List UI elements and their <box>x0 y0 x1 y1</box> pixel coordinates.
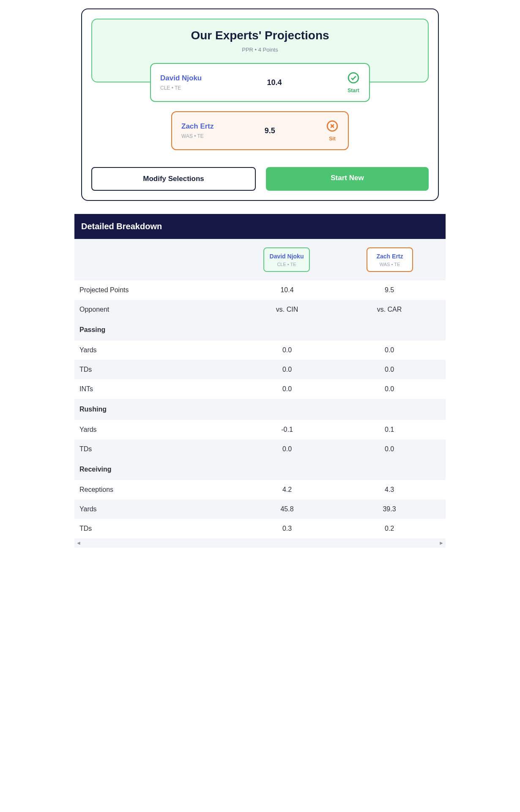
player-points: 9.5 <box>265 126 275 135</box>
projections-card: Our Experts' Projections PPR • 4 Points … <box>81 8 439 201</box>
breakdown-group-label: Receiving <box>79 466 236 473</box>
breakdown-row: INTs 0.0 0.0 <box>74 379 446 399</box>
breakdown-row-label: TDs <box>79 366 236 373</box>
breakdown-row-value: 4.2 <box>236 486 338 494</box>
breakdown-row-value: 0.0 <box>338 385 441 393</box>
breakdown-row-value: 0.0 <box>236 445 338 453</box>
breakdown-body: Projected Points 10.4 9.5Opponent vs. CI… <box>74 280 446 538</box>
horizontal-scrollbar[interactable]: ◄ ► <box>74 538 446 548</box>
breakdown-header-player2: Zach Ertz WAS • TE <box>338 247 441 272</box>
player-teampos: CLE • TE <box>269 262 304 267</box>
breakdown-row-value: 10.4 <box>236 286 338 294</box>
breakdown-player-tile[interactable]: Zach Ertz WAS • TE <box>367 247 413 272</box>
scroll-right-icon[interactable]: ► <box>439 540 444 546</box>
player-action-label: Sit <box>329 136 335 142</box>
breakdown-group-row: Receiving <box>74 459 446 480</box>
breakdown-row-value: 0.0 <box>236 366 338 373</box>
breakdown-group-row: Rushing <box>74 399 446 420</box>
breakdown-row: TDs 0.0 0.0 <box>74 360 446 379</box>
breakdown-header-blank <box>79 247 235 272</box>
svg-point-0 <box>348 73 359 83</box>
player-card-info: David Njoku CLE • TE <box>160 74 202 91</box>
projections-subtitle: PPR • 4 Points <box>96 47 424 53</box>
breakdown-row: TDs 0.3 0.2 <box>74 519 446 538</box>
player-name: David Njoku <box>269 252 304 260</box>
breakdown-row: Yards -0.1 0.1 <box>74 420 446 439</box>
projections-title: Our Experts' Projections <box>96 29 424 42</box>
breakdown-row-value: vs. CIN <box>236 306 338 313</box>
breakdown-row-label: TDs <box>79 525 236 532</box>
breakdown-row: Yards 0.0 0.0 <box>74 340 446 360</box>
breakdown-row-value: 0.0 <box>338 445 441 453</box>
scroll-left-icon[interactable]: ◄ <box>76 540 81 546</box>
player-action-label: Start <box>348 88 359 93</box>
breakdown-row-label: Yards <box>79 426 236 433</box>
breakdown-row-value: 0.0 <box>236 346 338 354</box>
breakdown-title: Detailed Breakdown <box>74 214 446 239</box>
breakdown-group-label: Rushing <box>79 406 236 413</box>
player-points: 10.4 <box>267 78 282 87</box>
breakdown-row-value: -0.1 <box>236 426 338 433</box>
breakdown-row-label: Yards <box>79 346 236 354</box>
breakdown-player-tile[interactable]: David Njoku CLE • TE <box>263 247 310 272</box>
breakdown-header-player1: David Njoku CLE • TE <box>235 247 338 272</box>
player-name: David Njoku <box>160 74 202 82</box>
player-card-info: Zach Ertz WAS • TE <box>181 122 214 139</box>
player-card-list: David Njoku CLE • TE 10.4 Start Zach Ert… <box>91 63 429 150</box>
breakdown-row-label: INTs <box>79 385 236 393</box>
button-row: Modify Selections Start New <box>91 167 429 191</box>
player-name: Zach Ertz <box>372 252 407 260</box>
breakdown-row: Yards 45.8 39.3 <box>74 499 446 519</box>
breakdown-row-value: 45.8 <box>236 505 338 513</box>
breakdown-row: Opponent vs. CIN vs. CAR <box>74 300 446 319</box>
breakdown-row-value: vs. CAR <box>338 306 441 313</box>
breakdown-header-row: David Njoku CLE • TE Zach Ertz WAS • TE <box>74 239 446 280</box>
breakdown-row-label: Receptions <box>79 486 236 494</box>
breakdown-row-value: 4.3 <box>338 486 441 494</box>
player-action: Sit <box>326 120 339 142</box>
breakdown-row-value: 0.3 <box>236 525 338 532</box>
breakdown-row-value: 0.0 <box>236 385 338 393</box>
start-new-button[interactable]: Start New <box>266 167 429 191</box>
breakdown-row-label: Yards <box>79 505 236 513</box>
breakdown-row-value: 0.2 <box>338 525 441 532</box>
breakdown-row-label: TDs <box>79 445 236 453</box>
breakdown-row-value: 9.5 <box>338 286 441 294</box>
breakdown-row-label: Opponent <box>79 306 236 313</box>
x-circle-icon <box>326 120 339 134</box>
player-teampos: WAS • TE <box>181 133 214 139</box>
player-action: Start <box>347 71 360 93</box>
breakdown-group-label: Passing <box>79 326 236 334</box>
player-teampos: CLE • TE <box>160 85 202 91</box>
breakdown-row-value: 0.1 <box>338 426 441 433</box>
breakdown-group-row: Passing <box>74 319 446 340</box>
breakdown-row-value: 39.3 <box>338 505 441 513</box>
breakdown-row: Projected Points 10.4 9.5 <box>74 280 446 300</box>
breakdown-row-value: 0.0 <box>338 346 441 354</box>
modify-selections-button[interactable]: Modify Selections <box>91 167 256 191</box>
breakdown-row-value: 0.0 <box>338 366 441 373</box>
breakdown-row: TDs 0.0 0.0 <box>74 439 446 459</box>
player-name: Zach Ertz <box>181 122 214 131</box>
check-circle-icon <box>347 71 360 86</box>
breakdown-row: Receptions 4.2 4.3 <box>74 480 446 499</box>
breakdown-row-label: Projected Points <box>79 286 236 294</box>
player-teampos: WAS • TE <box>372 262 407 267</box>
player-card-start[interactable]: David Njoku CLE • TE 10.4 Start <box>150 63 370 102</box>
player-card-sit[interactable]: Zach Ertz WAS • TE 9.5 Sit <box>171 111 349 150</box>
